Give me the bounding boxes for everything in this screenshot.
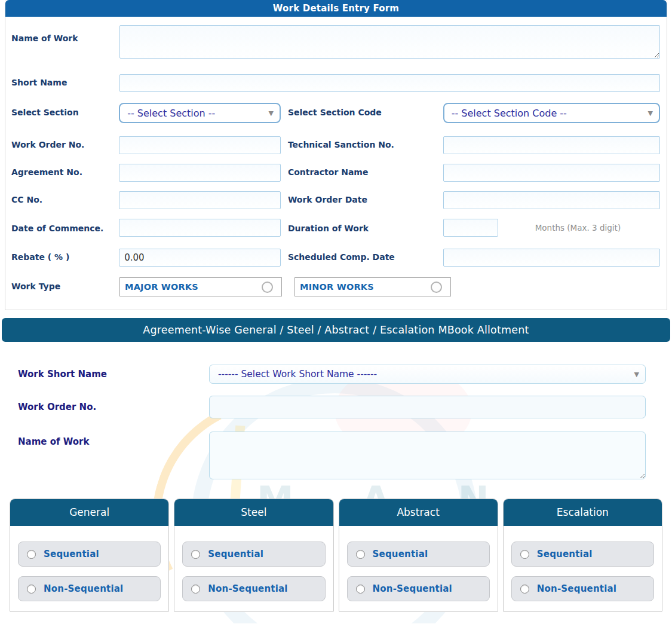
name-of-work-label-2: Name of Work bbox=[0, 432, 209, 447]
duration-of-work-input[interactable] bbox=[443, 219, 498, 237]
select-section-label: Select Section bbox=[11, 106, 119, 120]
cc-no-label: CC No. bbox=[11, 194, 119, 207]
chevron-down-icon: ▼ bbox=[648, 110, 653, 117]
work-order-no-input-2[interactable] bbox=[209, 396, 646, 418]
contractor-name-label: Contractor Name bbox=[281, 166, 443, 179]
radio-icon[interactable] bbox=[520, 550, 529, 559]
contractor-name-input[interactable] bbox=[443, 164, 660, 182]
agreement-no-input[interactable] bbox=[119, 164, 281, 182]
scheduled-comp-date-input[interactable] bbox=[443, 249, 660, 267]
abstract-sequential-option[interactable]: Sequential bbox=[347, 542, 490, 567]
radio-icon[interactable] bbox=[191, 550, 200, 559]
work-order-date-label: Work Order Date bbox=[281, 194, 443, 207]
radio-icon[interactable] bbox=[431, 282, 442, 293]
work-order-no-label-2: Work Order No. bbox=[0, 402, 209, 412]
chevron-down-icon: ▼ bbox=[634, 371, 639, 378]
general-non-sequential-label: Non-Sequential bbox=[44, 583, 123, 594]
general-non-sequential-option[interactable]: Non-Sequential bbox=[18, 576, 161, 601]
work-details-form: Work Details Entry Form Name of Work Sho… bbox=[5, 0, 667, 310]
allotment-panels: General Sequential Non-Sequential Steel bbox=[10, 498, 662, 612]
select-section-code-label: Select Section Code bbox=[281, 106, 443, 120]
rebate-label: Rebate ( % ) bbox=[11, 251, 119, 264]
radio-icon[interactable] bbox=[27, 550, 36, 559]
panel-steel: Steel Sequential Non-Sequential bbox=[174, 498, 333, 612]
panel-abstract-title: Abstract bbox=[339, 499, 498, 526]
name-of-work-textarea[interactable] bbox=[119, 25, 660, 59]
work-order-date-input[interactable] bbox=[443, 191, 660, 209]
steel-sequential-label: Sequential bbox=[208, 549, 263, 559]
section-select[interactable]: -- Select Section -- ▼ bbox=[119, 103, 281, 123]
radio-icon[interactable] bbox=[191, 585, 200, 594]
agreement-no-label: Agreement No. bbox=[11, 166, 119, 179]
steel-non-sequential-option[interactable]: Non-Sequential bbox=[182, 576, 325, 601]
radio-icon[interactable] bbox=[27, 585, 36, 594]
abstract-sequential-label: Sequential bbox=[373, 549, 428, 559]
work-short-name-select[interactable]: ------ Select Work Short Name ------ ▼ bbox=[209, 365, 646, 384]
work-order-no-input[interactable] bbox=[119, 136, 281, 154]
section-code-select-value: -- Select Section Code -- bbox=[452, 108, 567, 119]
escalation-sequential-option[interactable]: Sequential bbox=[511, 542, 654, 567]
panel-escalation-title: Escalation bbox=[504, 499, 662, 526]
name-of-work-label: Name of Work bbox=[11, 25, 119, 45]
panel-abstract: Abstract Sequential Non-Sequential bbox=[339, 498, 498, 612]
work-order-no-label: Work Order No. bbox=[11, 139, 119, 152]
minor-works-label: MINOR WORKS bbox=[300, 282, 374, 292]
short-name-input[interactable] bbox=[119, 74, 660, 92]
work-type-label: Work Type bbox=[11, 280, 119, 293]
short-name-label: Short Name bbox=[11, 77, 119, 90]
scheduled-comp-date-label: Scheduled Comp. Date bbox=[281, 251, 443, 264]
panel-steel-title: Steel bbox=[174, 499, 333, 526]
panel-general-title: General bbox=[10, 499, 168, 526]
duration-of-work-label: Duration of Work bbox=[281, 219, 443, 235]
mbook-allotment-title-bar: Agreement-Wise General / Steel / Abstrac… bbox=[2, 318, 670, 342]
panel-general: General Sequential Non-Sequential bbox=[10, 498, 169, 612]
radio-icon[interactable] bbox=[356, 550, 365, 559]
chevron-down-icon: ▼ bbox=[268, 110, 273, 117]
section-code-select[interactable]: -- Select Section Code -- ▼ bbox=[443, 103, 660, 123]
major-works-option[interactable]: MAJOR WORKS bbox=[119, 277, 282, 296]
general-sequential-label: Sequential bbox=[44, 549, 99, 559]
radio-icon[interactable] bbox=[262, 282, 273, 293]
abstract-non-sequential-label: Non-Sequential bbox=[373, 583, 452, 594]
escalation-non-sequential-option[interactable]: Non-Sequential bbox=[511, 576, 654, 601]
section-select-value: -- Select Section -- bbox=[127, 108, 215, 119]
technical-sanction-no-input[interactable] bbox=[443, 136, 660, 154]
escalation-sequential-label: Sequential bbox=[537, 549, 593, 559]
general-sequential-option[interactable]: Sequential bbox=[18, 542, 161, 567]
rebate-input[interactable] bbox=[119, 249, 281, 267]
steel-non-sequential-label: Non-Sequential bbox=[208, 583, 287, 594]
escalation-non-sequential-label: Non-Sequential bbox=[537, 583, 616, 594]
work-short-name-label: Work Short Name bbox=[0, 369, 209, 380]
months-hint: Months (Max. 3 digit) bbox=[535, 223, 621, 233]
date-of-commence-input[interactable] bbox=[119, 219, 281, 237]
work-short-name-select-value: ------ Select Work Short Name ------ bbox=[218, 369, 377, 380]
cc-no-input[interactable] bbox=[119, 191, 281, 209]
mbook-allotment-section: M A N Work Short Name ------ Select Work… bbox=[0, 342, 672, 623]
abstract-non-sequential-option[interactable]: Non-Sequential bbox=[347, 576, 490, 601]
technical-sanction-no-label: Technical Sanction No. bbox=[281, 139, 443, 152]
panel-escalation: Escalation Sequential Non-Sequential bbox=[503, 498, 662, 612]
date-of-commence-label: Date of Commence. bbox=[11, 219, 119, 235]
name-of-work-textarea-2[interactable] bbox=[209, 432, 646, 479]
major-works-label: MAJOR WORKS bbox=[125, 282, 198, 292]
steel-sequential-option[interactable]: Sequential bbox=[182, 542, 325, 567]
radio-icon[interactable] bbox=[520, 585, 529, 594]
radio-icon[interactable] bbox=[356, 585, 365, 594]
form-title-bar: Work Details Entry Form bbox=[5, 0, 667, 17]
minor-works-option[interactable]: MINOR WORKS bbox=[294, 277, 451, 296]
